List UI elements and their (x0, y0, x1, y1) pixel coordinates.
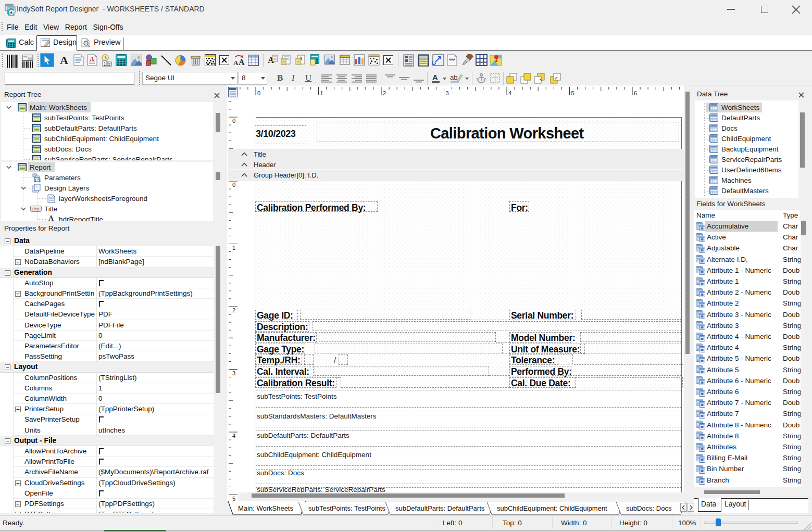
svg-text:1: 1 (320, 90, 323, 96)
svg-text:A: A (90, 55, 94, 62)
svg-text:4: 4 (232, 433, 235, 439)
svg-text:3: 3 (232, 370, 235, 376)
svg-text:3: 3 (446, 90, 449, 96)
svg-text:[?]: [?] (35, 178, 41, 182)
svg-text:5: 5 (571, 90, 574, 96)
svg-text:4: 4 (508, 90, 511, 96)
svg-text:A: A (239, 58, 245, 66)
svg-text:0: 0 (257, 90, 260, 96)
svg-text:subChildEquipment: ChildEquipm: subChildEquipment: ChildEquipment (497, 504, 607, 512)
svg-text:0: 0 (232, 182, 235, 188)
svg-text:1: 1 (104, 61, 106, 67)
svg-text:2: 2 (108, 62, 111, 67)
svg-text:subDocs: Docs: subDocs: Docs (626, 504, 672, 512)
svg-text:6: 6 (634, 90, 637, 96)
svg-text:ab: ab (450, 73, 457, 81)
svg-text:2: 2 (383, 90, 386, 96)
svg-text:A: A (432, 73, 438, 82)
svg-text:Rep: Rep (32, 207, 39, 211)
svg-text:5: 5 (232, 496, 235, 501)
svg-text:1: 1 (232, 245, 235, 251)
svg-text:2: 2 (232, 307, 235, 313)
svg-text:Main: WorkSheets: Main: WorkSheets (238, 504, 293, 512)
svg-text:subTestPoints: TestPoints: subTestPoints: TestPoints (308, 504, 385, 512)
svg-text:0: 0 (232, 118, 235, 124)
svg-text:A: A (233, 59, 239, 66)
svg-text:subDefaultParts: DefaultParts: subDefaultParts: DefaultParts (395, 504, 485, 512)
